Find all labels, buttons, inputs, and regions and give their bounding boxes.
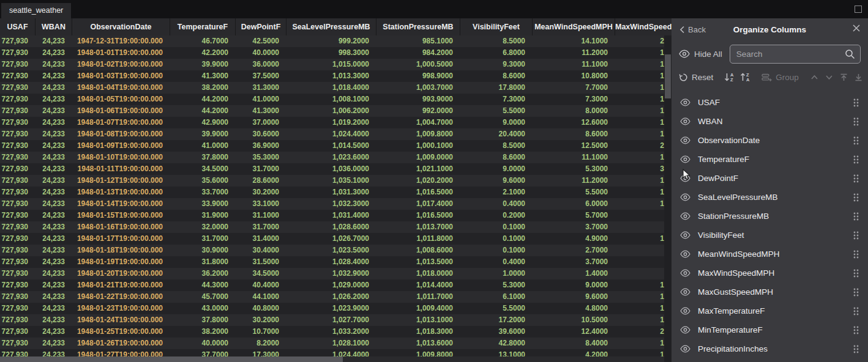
table-row[interactable]: 727,93024,2331948-01-08T19:00:00.00039.9… <box>0 128 672 140</box>
table-row[interactable]: 727,93024,2331948-01-09T19:00:00.00041.0… <box>0 140 672 152</box>
table-row[interactable]: 727,93024,2331948-01-15T19:00:00.00031.9… <box>0 210 672 221</box>
panel-column-item-SeaLevelPressureMB[interactable]: SeaLevelPressureMB <box>672 188 868 207</box>
panel-column-item-WBAN[interactable]: WBAN <box>672 112 868 131</box>
column-header-SeaLevelPressureMB[interactable]: SeaLevelPressureMB <box>286 18 376 35</box>
drag-handle-icon[interactable] <box>853 287 859 297</box>
move-up-icon[interactable] <box>810 73 819 82</box>
column-header-TemperatureF[interactable]: TemperatureF <box>170 18 236 35</box>
table-row[interactable]: 727,93024,2331948-01-21T19:00:00.00044.3… <box>0 279 672 291</box>
eye-icon[interactable] <box>680 345 690 353</box>
panel-column-item-USAF[interactable]: USAF <box>672 93 868 112</box>
panel-column-item-DewPointF[interactable]: DewPointF <box>672 169 868 188</box>
table-row[interactable]: 727,93024,2331948-01-06T19:00:00.00044.2… <box>0 105 672 117</box>
eye-icon[interactable] <box>680 212 690 220</box>
eye-icon[interactable] <box>680 326 690 334</box>
move-to-bottom-icon[interactable] <box>854 73 863 82</box>
panel-column-item-ObservationDate[interactable]: ObservationDate <box>672 131 868 150</box>
table-row[interactable]: 727,93024,2331948-01-03T19:00:00.00041.3… <box>0 70 672 82</box>
table-row[interactable]: 727,93024,2331948-01-24T19:00:00.00037.8… <box>0 314 672 326</box>
table-row[interactable]: 727,93024,2331948-01-22T19:00:00.00045.7… <box>0 291 672 303</box>
drag-handle-icon[interactable] <box>853 136 859 146</box>
table-header-row: USAFWBANObservationDateTemperatureFDewPo… <box>0 18 672 35</box>
close-icon[interactable] <box>853 24 860 32</box>
drag-handle-icon[interactable] <box>853 155 859 164</box>
eye-icon[interactable] <box>680 307 690 315</box>
vertical-scrollbar-thumb[interactable] <box>665 54 671 98</box>
column-header-MeanWindSpeedMPH[interactable]: MeanWindSpeedMPH <box>533 18 615 35</box>
table-row[interactable]: 727,93024,2331948-01-05T19:00:00.00044.2… <box>0 94 672 105</box>
column-header-VisibilityFeet[interactable]: VisibilityFeet <box>460 18 533 35</box>
table-cell: 727,930 <box>0 221 36 233</box>
table-row[interactable]: 727,93024,2331948-01-13T19:00:00.00033.7… <box>0 187 672 198</box>
table-row[interactable]: 727,93024,2331948-01-23T19:00:00.00043.0… <box>0 303 672 314</box>
column-header-DewPointF[interactable]: DewPointF <box>236 18 286 35</box>
table-row[interactable]: 727,93024,2331947-12-31T19:00:00.00046.7… <box>0 35 672 47</box>
reset-button[interactable]: Reset <box>679 73 713 82</box>
drag-handle-icon[interactable] <box>853 193 859 202</box>
table-row[interactable]: 727,93024,2331948-01-18T19:00:00.00030.9… <box>0 245 672 256</box>
table-row[interactable]: 727,93024,2331948-01-20T19:00:00.00036.2… <box>0 268 672 279</box>
back-button[interactable]: Back <box>679 25 706 34</box>
column-header-MaxWindSpeedMPH[interactable]: MaxWindSpeedMPH <box>615 18 672 35</box>
table-row[interactable]: 727,93024,2331948-01-26T19:00:00.00040.0… <box>0 338 672 349</box>
panel-column-item-MaxTemperatureF[interactable]: MaxTemperatureF <box>672 301 868 320</box>
drag-handle-icon[interactable] <box>853 306 859 316</box>
table-row[interactable]: 727,93024,2331948-01-19T19:00:00.00031.8… <box>0 256 672 268</box>
table-row[interactable]: 727,93024,2331948-01-17T19:00:00.00031.7… <box>0 233 672 245</box>
drag-handle-icon[interactable] <box>853 212 859 221</box>
eye-icon[interactable] <box>680 136 690 144</box>
drag-handle-icon[interactable] <box>853 325 859 335</box>
table-row[interactable]: 727,93024,2331948-01-11T19:00:00.00034.5… <box>0 163 672 175</box>
maximize-icon[interactable] <box>855 6 862 13</box>
drag-handle-icon[interactable] <box>853 98 859 108</box>
table-row[interactable]: 727,93024,2331948-01-10T19:00:00.00037.8… <box>0 152 672 163</box>
reset-icon <box>679 73 688 82</box>
table-row[interactable]: 727,93024,2331948-01-16T19:00:00.00032.0… <box>0 221 672 233</box>
eye-icon[interactable] <box>680 269 690 277</box>
panel-column-item-TemperatureF[interactable]: TemperatureF <box>672 150 868 169</box>
table-row[interactable]: 727,93024,2331948-01-14T19:00:00.00033.9… <box>0 198 672 210</box>
table-row[interactable]: 727,93024,2331948-01-04T19:00:00.00038.2… <box>0 82 672 94</box>
panel-column-item-MeanWindSpeedMPH[interactable]: MeanWindSpeedMPH <box>672 245 868 264</box>
group-button[interactable]: Group <box>761 73 799 82</box>
vertical-scrollbar[interactable] <box>664 35 672 362</box>
panel-column-item-PrecipitationInches[interactable]: PrecipitationInches <box>672 339 868 358</box>
drag-handle-icon[interactable] <box>853 249 859 259</box>
eye-icon[interactable] <box>680 193 690 201</box>
table-cell <box>615 245 672 256</box>
panel-column-item-MaxWindSpeedMPH[interactable]: MaxWindSpeedMPH <box>672 264 868 283</box>
column-header-StationPressureMB[interactable]: StationPressureMB <box>376 18 460 35</box>
drag-handle-icon[interactable] <box>853 174 859 183</box>
drag-handle-icon[interactable] <box>853 231 859 240</box>
horizontal-scrollbar[interactable] <box>0 356 664 362</box>
eye-icon[interactable] <box>680 155 690 163</box>
table-row[interactable]: 727,93024,2331948-01-07T19:00:00.00042.9… <box>0 117 672 128</box>
table-row[interactable]: 727,93024,2331948-01-25T19:00:00.00038.2… <box>0 326 672 338</box>
sort-descending-icon[interactable]: ZA <box>740 72 750 82</box>
horizontal-scrollbar-thumb[interactable] <box>0 356 343 362</box>
move-to-top-icon[interactable] <box>839 73 848 82</box>
panel-column-item-MaxGustSpeedMPH[interactable]: MaxGustSpeedMPH <box>672 283 868 301</box>
drag-handle-icon[interactable] <box>853 344 859 354</box>
sort-ascending-icon[interactable]: AZ <box>724 72 735 82</box>
table-row[interactable]: 727,93024,2331948-01-01T19:00:00.00042.2… <box>0 47 672 59</box>
panel-column-item-MinTemperatureF[interactable]: MinTemperatureF <box>672 320 868 339</box>
eye-icon[interactable] <box>680 231 690 239</box>
panel-column-item-StationPressureMB[interactable]: StationPressureMB <box>672 207 868 226</box>
panel-column-item-VisibilityFeet[interactable]: VisibilityFeet <box>672 226 868 245</box>
column-header-USAF[interactable]: USAF <box>0 18 36 35</box>
eye-icon[interactable] <box>680 288 690 296</box>
eye-icon[interactable] <box>680 98 690 106</box>
eye-icon[interactable] <box>680 250 690 258</box>
eye-icon[interactable] <box>680 117 690 125</box>
table-row[interactable]: 727,93024,2331948-01-12T19:00:00.00035.6… <box>0 175 672 187</box>
table-row[interactable]: 727,93024,2331948-01-02T19:00:00.00039.9… <box>0 59 672 70</box>
drag-handle-icon[interactable] <box>853 268 859 278</box>
tab-seattle-weather[interactable]: seattle_weather <box>1 3 71 18</box>
column-header-ObservationDate[interactable]: ObservationDate <box>72 18 170 35</box>
hide-all-button[interactable]: Hide All <box>679 50 722 59</box>
drag-handle-icon[interactable] <box>853 117 859 127</box>
column-header-WBAN[interactable]: WBAN <box>36 18 72 35</box>
move-down-icon[interactable] <box>825 73 834 82</box>
search-input[interactable] <box>730 45 860 63</box>
